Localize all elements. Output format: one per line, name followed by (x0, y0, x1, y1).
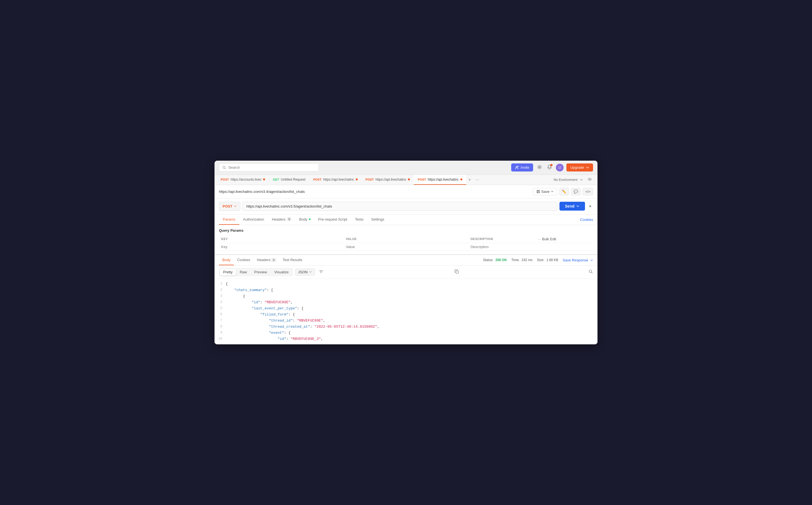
params-table: KEY VALUE DESCRIPTION ··· Bulk Edit (219, 235, 593, 251)
save-response-chevron-icon (590, 259, 593, 262)
req-tab-settings[interactable]: Settings (367, 214, 388, 225)
json-line-4: 4 "id": "RBVEFUC88E", (214, 299, 598, 306)
filter-button[interactable] (317, 268, 325, 276)
line-content: "thread_created_at": "2022-05-05T12:48:1… (225, 324, 379, 330)
json-line-1: 1 { (214, 281, 598, 287)
edit-button[interactable]: ✏️ (559, 188, 569, 195)
request-header-right: Save ✏️ 💬 </> (533, 188, 593, 195)
json-line-7: 7 "thread_id": "RBVEFUC89E", (214, 318, 598, 324)
json-line-3: 3 { (214, 293, 598, 299)
app-container: Invite U Upgrade (214, 161, 598, 345)
line-content: { (225, 281, 228, 287)
view-btn-preview[interactable]: Preview (251, 269, 270, 276)
env-selector[interactable]: No Environment (550, 177, 595, 182)
env-label: No Environment (554, 178, 578, 182)
invite-button[interactable]: Invite (511, 163, 533, 171)
resp-tab-headers[interactable]: Headers 6 (254, 255, 280, 265)
url-input[interactable] (242, 202, 557, 211)
tab-get-untitled[interactable]: GET Untitled Request (269, 175, 309, 185)
save-label: Save (541, 189, 550, 194)
resp-tab-body[interactable]: Body (219, 255, 234, 265)
tab-post-api-1[interactable]: POST https://api.livechatinc (309, 175, 362, 185)
resp-tab-test-results-label: Test Results (283, 258, 303, 262)
request-tabs: Params Authorization Headers 9 Body Pre-… (214, 214, 598, 225)
resp-tab-test-results[interactable]: Test Results (280, 255, 306, 265)
tab-method: POST (418, 178, 426, 181)
line-content: "thread_id": "RBVEFUC89E", (225, 318, 325, 324)
bulk-edit-button[interactable]: ··· Bulk Edit (537, 237, 556, 241)
magic-button[interactable]: ✦ (587, 202, 593, 210)
comment-button[interactable]: 💬 (571, 188, 581, 195)
cookies-link[interactable]: Cookies (580, 217, 593, 222)
more-tabs-button[interactable]: ··· (473, 176, 481, 184)
format-select[interactable]: JSON (295, 269, 315, 276)
method-label: POST (222, 204, 232, 208)
json-viewer: 1 { 2 "chats_summary": [ 3 { 4 "id": "RB… (214, 279, 598, 345)
tab-post-api-2[interactable]: POST https://api.livechatinc (362, 175, 414, 185)
add-tab-button[interactable]: + (466, 176, 473, 184)
value-input[interactable] (346, 245, 466, 249)
resp-tab-cookies[interactable]: Cookies (234, 255, 254, 265)
req-tab-tests[interactable]: Tests (351, 214, 367, 225)
view-btn-raw[interactable]: Raw (236, 269, 250, 276)
line-num: 5 (214, 306, 225, 311)
chevron-down-icon (580, 178, 583, 181)
resp-tab-cookies-label: Cookies (237, 258, 250, 262)
req-tab-params[interactable]: Params (219, 214, 239, 225)
save-button[interactable]: Save (533, 188, 557, 195)
json-line-9: 9 "event": { (214, 330, 598, 336)
svg-point-2 (516, 166, 517, 167)
time-label: Time: (511, 258, 520, 262)
tab-post-api-3[interactable]: POST https://api.livechatinc (414, 175, 466, 185)
upgrade-button[interactable]: Upgrade (566, 163, 593, 171)
eye-button[interactable] (588, 177, 592, 182)
code-button[interactable]: </> (583, 188, 593, 195)
tab-label: https://accounts.livec (230, 178, 262, 181)
line-content: "id": "RBVEFUC89E_3", (225, 336, 323, 342)
tab-close-dot (408, 178, 410, 180)
req-tab-headers-label: Headers (272, 217, 286, 221)
gear-icon (537, 165, 542, 170)
url-bar: POST Send ✦ (214, 198, 598, 214)
query-section: Query Params KEY VALUE DESCRIPTION ··· B… (214, 225, 598, 254)
req-tab-tests-label: Tests (355, 217, 363, 221)
req-tab-authorization[interactable]: Authorization (239, 214, 268, 225)
save-chevron-icon (551, 190, 554, 193)
line-num: 10 (214, 336, 225, 342)
json-line-10: 10 "id": "RBVEFUC89E_3", (214, 336, 598, 342)
svg-rect-14 (456, 271, 459, 273)
description-header: DESCRIPTION (468, 235, 535, 243)
svg-line-16 (591, 272, 593, 273)
send-button[interactable]: Send (559, 202, 585, 211)
line-num: 2 (214, 287, 225, 293)
request-url-display: https://api.livechatinc.com/v3.4/agent/a… (219, 189, 305, 194)
svg-rect-9 (537, 190, 539, 191)
chevron-down-icon (309, 271, 312, 273)
tab-post-accounts[interactable]: POST https://accounts.livec (217, 175, 269, 185)
save-response-button[interactable]: Save Response (563, 258, 593, 262)
req-tab-pre-request[interactable]: Pre-request Script (314, 214, 351, 225)
response-search-button[interactable] (589, 270, 593, 275)
view-btn-visualize[interactable]: Visualize (271, 269, 292, 276)
key-input[interactable] (221, 245, 341, 249)
settings-button[interactable] (536, 163, 543, 172)
avatar: U (556, 164, 563, 171)
search-icon (222, 166, 226, 170)
time-group: Time: 242 ms (511, 258, 532, 262)
req-tab-body-label: Body (299, 217, 308, 221)
search-box[interactable] (219, 163, 319, 171)
person-icon (515, 166, 519, 170)
copy-button[interactable] (455, 270, 459, 275)
view-btn-pretty[interactable]: Pretty (220, 269, 236, 276)
method-select[interactable]: POST (219, 202, 240, 211)
notifications-button[interactable] (546, 163, 553, 172)
value-header: VALUE (344, 235, 468, 243)
svg-rect-10 (537, 192, 539, 193)
req-tab-body[interactable]: Body (295, 214, 314, 225)
description-input[interactable] (471, 245, 591, 249)
tab-label: https://api.livechatinc (428, 178, 459, 181)
req-tab-headers[interactable]: Headers 9 (268, 214, 295, 225)
search-input[interactable] (228, 165, 315, 170)
chevron-down-icon (586, 166, 589, 169)
save-response-label: Save Response (563, 258, 588, 262)
